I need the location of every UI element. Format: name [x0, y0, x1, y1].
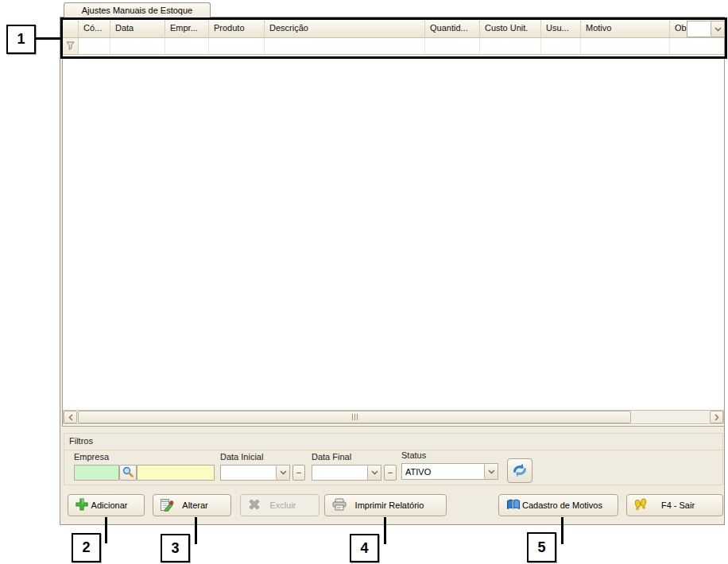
data-final-label: Data Final: [312, 452, 351, 462]
filter-cell-5[interactable]: [425, 38, 480, 55]
filters-group-title: Filtros: [69, 436, 93, 446]
delete-x-icon: [247, 497, 261, 513]
callout-3-number: 3: [171, 540, 179, 557]
empresa-label: Empresa: [74, 452, 109, 462]
data-inicial-input[interactable]: [220, 465, 290, 481]
grid-corner-combo-value: [687, 21, 711, 37]
column-header-8[interactable]: Motivo: [581, 20, 670, 38]
scroll-left-button[interactable]: [64, 411, 77, 423]
alterar-label: Alterar: [174, 500, 224, 510]
cadastro-de-motivos-button[interactable]: Cadastro de Motivos: [498, 494, 618, 516]
callout-5: 5: [527, 532, 556, 562]
minus-icon: −: [296, 468, 301, 477]
refresh-button[interactable]: [507, 458, 532, 483]
callout-3: 3: [161, 534, 190, 562]
column-header-0[interactable]: Có...: [79, 20, 110, 38]
minus-icon: −: [388, 468, 393, 477]
grid-filter-row: [63, 38, 724, 55]
callout-4-number: 4: [360, 540, 368, 557]
tab-label: Ajustes Manuais de Estoque: [82, 6, 192, 15]
empresa-search-button[interactable]: [119, 465, 137, 481]
callout-1-number: 1: [17, 31, 25, 48]
status-value: ATIVO: [405, 467, 431, 477]
filter-cell-1[interactable]: [110, 38, 165, 55]
imprimir-relatorio-button[interactable]: Imprimir Relatório: [324, 494, 447, 516]
scroll-right-button[interactable]: [710, 411, 723, 423]
empresa-code-input[interactable]: [74, 465, 119, 481]
printer-icon: [331, 497, 347, 513]
callout-2: 2: [72, 533, 101, 562]
filter-cell-0[interactable]: [79, 38, 110, 55]
callout-1-connector: [36, 37, 61, 40]
footsteps-icon: [633, 497, 648, 513]
callout-2-number: 2: [82, 539, 90, 556]
plus-icon: [75, 497, 89, 513]
column-header-2[interactable]: Empr...: [165, 20, 209, 38]
scrollbar-thumb[interactable]: [78, 411, 631, 423]
data-final-dropdown-icon[interactable]: [367, 465, 381, 480]
callout-3-connector: [195, 517, 197, 544]
imprimir-relatorio-label: Imprimir Relatório: [347, 500, 440, 510]
excluir-label: Excluir: [261, 500, 312, 510]
filter-cell-2[interactable]: [165, 38, 209, 55]
column-header-6[interactable]: Custo Unit.: [480, 20, 541, 38]
grid-horizontal-scrollbar[interactable]: [63, 410, 724, 424]
alterar-button[interactable]: Alterar: [153, 494, 231, 516]
filter-cell-9[interactable]: [670, 38, 724, 55]
adicionar-button[interactable]: Adicionar: [68, 494, 145, 516]
column-header-1[interactable]: Data: [110, 20, 165, 38]
filter-cell-4[interactable]: [265, 38, 425, 55]
stock-adjustments-grid[interactable]: Có...DataEmpr...ProdutoDescriçãoQuantid.…: [62, 19, 725, 427]
filter-cell-3[interactable]: [209, 38, 265, 55]
book-icon: [505, 497, 521, 513]
status-select[interactable]: ATIVO: [401, 463, 498, 480]
adicionar-label: Adicionar: [89, 500, 137, 510]
callout-1: 1: [6, 25, 36, 54]
grid-corner-combo[interactable]: [687, 21, 725, 37]
row-indicator-header-cell: [63, 20, 79, 38]
filter-row-indicator-cell: [63, 38, 79, 55]
filter-cell-7[interactable]: [541, 38, 581, 55]
f4-sair-label: F4 - Sair: [648, 500, 716, 510]
column-header-5[interactable]: Quantid...: [425, 20, 480, 38]
edit-icon: [160, 497, 174, 513]
status-label: Status: [401, 450, 426, 460]
column-header-7[interactable]: Usu...: [541, 20, 581, 38]
filter-cell-6[interactable]: [480, 38, 541, 55]
data-inicial-dropdown-icon[interactable]: [276, 465, 289, 480]
chevron-down-icon[interactable]: [711, 21, 724, 37]
filter-funnel-icon: [66, 41, 75, 52]
excluir-button: Excluir: [240, 494, 319, 516]
column-header-3[interactable]: Produto: [209, 20, 265, 38]
scrollbar-track[interactable]: [631, 411, 710, 423]
filter-cell-8[interactable]: [581, 38, 670, 55]
data-final-input[interactable]: [312, 465, 381, 481]
column-header-4[interactable]: Descrição: [265, 20, 425, 38]
f4-sair-button[interactable]: F4 - Sair: [626, 494, 723, 516]
callout-5-connector: [561, 517, 563, 544]
grid-header-row: Có...DataEmpr...ProdutoDescriçãoQuantid.…: [63, 20, 724, 38]
scrollbar-grip: [352, 414, 358, 420]
data-inicial-clear-button[interactable]: −: [292, 465, 305, 481]
callout-2-connector: [105, 517, 107, 543]
data-inicial-label: Data Inicial: [220, 452, 263, 462]
refresh-icon: [511, 462, 529, 481]
tab-ajustes-manuais-de-estoque[interactable]: Ajustes Manuais de Estoque: [64, 2, 211, 17]
filters-caption-divider: [64, 450, 722, 450]
status-dropdown-icon[interactable]: [484, 464, 498, 479]
callout-4-connector: [384, 517, 386, 544]
search-icon: [122, 466, 134, 479]
empresa-name-input[interactable]: [137, 465, 215, 481]
callout-4: 4: [350, 534, 379, 562]
data-final-clear-button[interactable]: −: [384, 465, 397, 481]
cadastro-de-motivos-label: Cadastro de Motivos: [521, 500, 611, 510]
callout-5-number: 5: [537, 539, 545, 556]
